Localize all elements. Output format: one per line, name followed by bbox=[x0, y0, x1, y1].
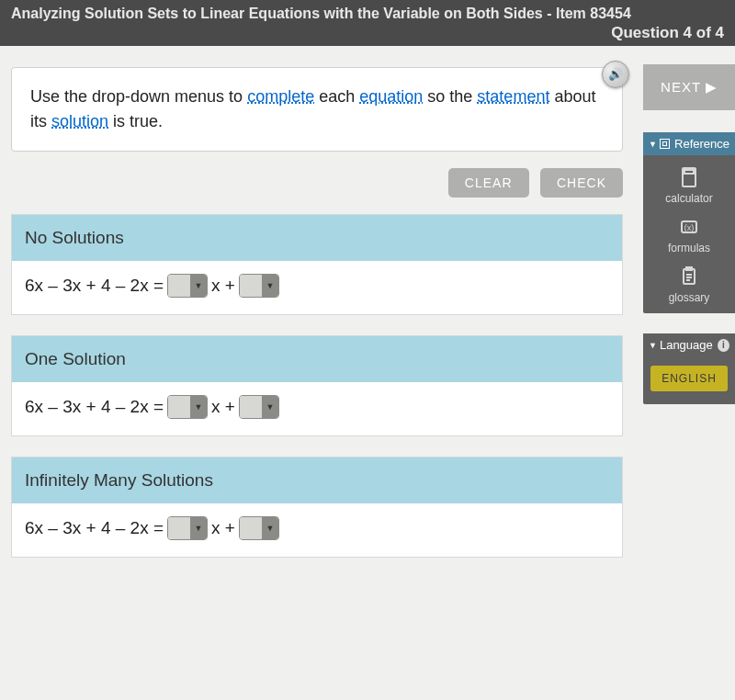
instruction-text: is true. bbox=[108, 112, 163, 130]
dropdown-coef[interactable]: ▼ bbox=[167, 274, 208, 298]
chevron-down-icon: ▼ bbox=[190, 275, 207, 297]
play-icon: ▶ bbox=[706, 79, 718, 95]
next-button[interactable]: NEXT ▶ bbox=[643, 64, 735, 110]
equation-mid: x + bbox=[211, 397, 235, 417]
chevron-down-icon: ▼ bbox=[262, 275, 278, 297]
reference-panel: ▼ Reference calculator (x) formulas glos… bbox=[643, 132, 735, 313]
chevron-down-icon: ▼ bbox=[262, 396, 278, 418]
term-complete[interactable]: complete bbox=[247, 87, 314, 106]
equation-row: 6x – 3x + 4 – 2x = ▼ x + ▼ bbox=[12, 503, 622, 557]
dropdown-coef[interactable]: ▼ bbox=[167, 395, 208, 419]
dropdown-const[interactable]: ▼ bbox=[239, 395, 279, 419]
lesson-title: Analyzing Solution Sets to Linear Equati… bbox=[11, 6, 724, 22]
action-buttons: CLEAR CHECK bbox=[11, 168, 623, 198]
content-area: 🔊 Use the drop-down menus to complete ea… bbox=[0, 51, 643, 578]
tool-label: calculator bbox=[665, 192, 712, 205]
instruction-box: 🔊 Use the drop-down menus to complete ea… bbox=[11, 67, 623, 152]
glossary-icon bbox=[676, 265, 702, 288]
clear-button[interactable]: CLEAR bbox=[448, 168, 529, 198]
chevron-down-icon: ▼ bbox=[649, 341, 657, 350]
tool-label: formulas bbox=[668, 242, 710, 254]
equation-mid: x + bbox=[211, 518, 235, 538]
section-title: Infinitely Many Solutions bbox=[12, 457, 622, 503]
equation-row: 6x – 3x + 4 – 2x = ▼ x + ▼ bbox=[12, 261, 622, 314]
instruction-text: Use the drop-down menus to bbox=[30, 87, 247, 106]
tool-glossary[interactable]: glossary bbox=[643, 265, 735, 304]
section-one-solution: One Solution 6x – 3x + 4 – 2x = ▼ x + ▼ bbox=[11, 335, 623, 436]
svg-rect-1 bbox=[684, 170, 694, 174]
instruction-text: each bbox=[314, 87, 359, 106]
right-rail: NEXT ▶ ▼ Reference calculator (x) formul… bbox=[643, 64, 735, 424]
page-header: Analyzing Solution Sets to Linear Equati… bbox=[0, 0, 735, 46]
reference-icon bbox=[660, 139, 670, 149]
section-infinite-solutions: Infinitely Many Solutions 6x – 3x + 4 – … bbox=[11, 457, 623, 558]
term-solution[interactable]: solution bbox=[51, 112, 108, 130]
equation-row: 6x – 3x + 4 – 2x = ▼ x + ▼ bbox=[12, 382, 622, 435]
tool-calculator[interactable]: calculator bbox=[643, 166, 735, 205]
check-button[interactable]: CHECK bbox=[540, 168, 623, 198]
tool-formulas[interactable]: (x) formulas bbox=[643, 216, 735, 254]
term-equation[interactable]: equation bbox=[359, 87, 423, 106]
reference-toggle[interactable]: ▼ Reference bbox=[643, 132, 735, 155]
svg-text:(x): (x) bbox=[684, 223, 695, 232]
section-no-solutions: No Solutions 6x – 3x + 4 – 2x = ▼ x + ▼ bbox=[11, 214, 623, 315]
equation-mid: x + bbox=[211, 276, 235, 296]
dropdown-const[interactable]: ▼ bbox=[239, 274, 279, 298]
equation-lhs: 6x – 3x + 4 – 2x = bbox=[25, 397, 164, 417]
term-statement[interactable]: statement bbox=[477, 87, 549, 106]
chevron-down-icon: ▼ bbox=[262, 517, 278, 539]
audio-button[interactable]: 🔊 bbox=[602, 61, 629, 88]
calculator-icon bbox=[676, 166, 702, 188]
chevron-down-icon: ▼ bbox=[190, 396, 207, 418]
info-icon: i bbox=[718, 339, 729, 352]
instruction-text: so the bbox=[423, 87, 477, 106]
question-progress: Question 4 of 4 bbox=[11, 24, 724, 42]
equation-lhs: 6x – 3x + 4 – 2x = bbox=[25, 276, 164, 296]
section-title: One Solution bbox=[12, 336, 622, 382]
language-toggle[interactable]: ▼ Language i bbox=[643, 333, 735, 356]
chevron-down-icon: ▼ bbox=[190, 517, 207, 539]
reference-label: Reference bbox=[674, 137, 729, 151]
next-label: NEXT bbox=[661, 79, 701, 95]
tool-label: glossary bbox=[669, 291, 710, 304]
language-current[interactable]: ENGLISH bbox=[650, 366, 728, 391]
speaker-icon: 🔊 bbox=[608, 65, 623, 84]
dropdown-const[interactable]: ▼ bbox=[239, 516, 279, 540]
chevron-down-icon: ▼ bbox=[649, 140, 657, 149]
language-panel: ▼ Language i ENGLISH bbox=[643, 333, 735, 404]
equation-lhs: 6x – 3x + 4 – 2x = bbox=[25, 518, 164, 538]
dropdown-coef[interactable]: ▼ bbox=[167, 516, 208, 540]
formulas-icon: (x) bbox=[676, 216, 702, 238]
section-title: No Solutions bbox=[12, 215, 622, 261]
language-label: Language bbox=[660, 338, 713, 352]
